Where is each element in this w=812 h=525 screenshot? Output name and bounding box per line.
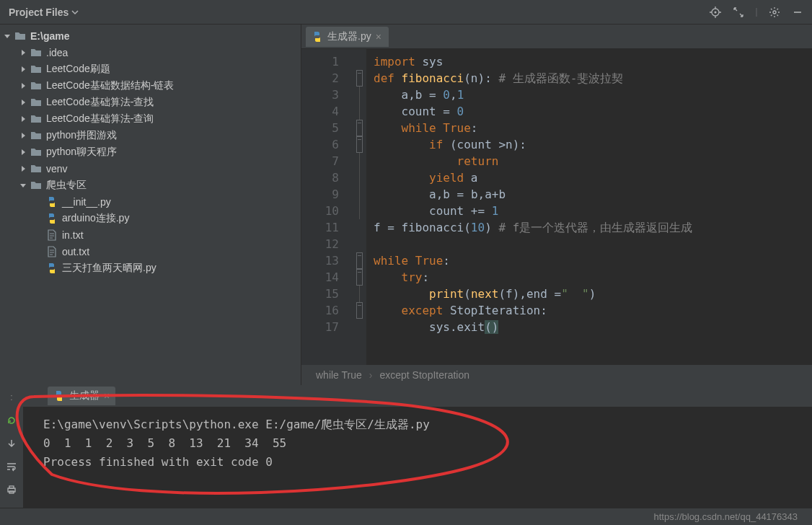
code-line[interactable]: sys.exit() bbox=[374, 319, 812, 335]
line-number: 12 bbox=[301, 236, 339, 252]
line-number: 8 bbox=[301, 169, 339, 186]
line-number: 9 bbox=[301, 186, 339, 203]
tree-item[interactable]: venv bbox=[0, 160, 301, 177]
tree-item-label: LeetCode基础算法-查询 bbox=[46, 112, 154, 125]
close-run-tab-icon[interactable]: × bbox=[104, 390, 110, 402]
tree-item[interactable]: 爬虫专区 bbox=[0, 177, 301, 193]
code-line[interactable]: while True: bbox=[374, 120, 812, 136]
python-icon bbox=[53, 390, 65, 402]
toolbar-separator bbox=[751, 2, 762, 22]
line-gutter: 1234567891011121314151617 bbox=[301, 49, 352, 365]
svg-point-1 bbox=[715, 11, 717, 13]
run-tab-label: 生成器 bbox=[69, 389, 100, 402]
editor-tab[interactable]: 生成器.py × bbox=[306, 27, 389, 47]
svg-marker-7 bbox=[22, 66, 25, 72]
line-number: 1 bbox=[301, 53, 339, 70]
code-line[interactable]: print(next(f),end =" ") bbox=[374, 286, 812, 302]
line-number: 3 bbox=[301, 87, 339, 103]
line-number: 5 bbox=[301, 120, 339, 136]
code-line[interactable]: f = fibonacci(10) # f是一个迭代器，由生成器返回生成 bbox=[374, 219, 812, 236]
run-tab[interactable]: 生成器 × bbox=[48, 387, 115, 405]
line-number: 16 bbox=[301, 302, 339, 319]
console-output[interactable]: E:\game\venv\Scripts\python.exe E:/game/… bbox=[23, 407, 812, 508]
svg-marker-12 bbox=[22, 149, 25, 155]
breadcrumb-item[interactable]: while True bbox=[316, 369, 362, 381]
svg-point-3 bbox=[773, 11, 776, 14]
tree-item[interactable]: LeetCode基础数据结构-链表 bbox=[0, 77, 301, 94]
tree-item[interactable]: LeetCode刷题 bbox=[0, 61, 301, 77]
print-icon[interactable] bbox=[4, 482, 19, 498]
tree-item[interactable]: __init__.py bbox=[0, 193, 301, 210]
fold-column[interactable] bbox=[352, 49, 366, 365]
line-number: 2 bbox=[301, 70, 339, 87]
wrap-icon[interactable] bbox=[4, 459, 19, 475]
editor-tabs: 生成器.py × bbox=[301, 25, 812, 49]
code-line[interactable]: try: bbox=[374, 269, 812, 286]
code-line[interactable]: while True: bbox=[374, 252, 812, 269]
tree-item[interactable]: python拼图游戏 bbox=[0, 127, 301, 144]
line-number: 13 bbox=[301, 252, 339, 269]
fold-toggle[interactable] bbox=[356, 269, 363, 286]
line-number: 17 bbox=[301, 319, 339, 335]
gear-icon[interactable] bbox=[764, 2, 785, 22]
rerun-icon[interactable] bbox=[4, 412, 19, 428]
code-line[interactable]: import sys bbox=[374, 53, 812, 70]
python-icon bbox=[312, 31, 323, 43]
fold-toggle[interactable] bbox=[356, 70, 363, 87]
project-files-dropdown[interactable]: Project Files bbox=[4, 6, 83, 18]
code-editor[interactable]: 1234567891011121314151617 import sysdef … bbox=[301, 49, 812, 365]
editor-pane: 生成器.py × 1234567891011121314151617 impor… bbox=[301, 25, 812, 385]
code-area[interactable]: import sysdef fibonacci(n): # 生成器函数-斐波拉契… bbox=[366, 49, 812, 365]
minimize-icon[interactable] bbox=[787, 2, 808, 22]
run-tool-window: : 生成器 × E:\game\venv\Scripts\python.exe … bbox=[0, 385, 812, 508]
code-line[interactable]: a,b = b,a+b bbox=[374, 186, 812, 203]
tree-item-label: LeetCode基础数据结构-链表 bbox=[46, 79, 174, 92]
code-line[interactable]: except StopIteration: bbox=[374, 302, 812, 319]
tree-item[interactable]: 三天打鱼两天晒网.py bbox=[0, 260, 301, 276]
tree-item[interactable]: LeetCode基础算法-查询 bbox=[0, 110, 301, 127]
svg-marker-9 bbox=[22, 100, 25, 105]
tree-item[interactable]: out.txt bbox=[0, 243, 301, 260]
tree-item[interactable]: LeetCode基础算法-查找 bbox=[0, 94, 301, 110]
fold-toggle[interactable] bbox=[356, 136, 363, 153]
tree-item[interactable]: in.txt bbox=[0, 226, 301, 243]
fold-toggle[interactable] bbox=[356, 120, 363, 136]
code-line[interactable]: count = 0 bbox=[374, 103, 812, 120]
tree-item[interactable]: .idea bbox=[0, 44, 301, 61]
locate-icon[interactable] bbox=[705, 2, 725, 22]
svg-marker-10 bbox=[22, 116, 25, 122]
tree-item-label: 爬虫专区 bbox=[46, 179, 87, 192]
line-number: 6 bbox=[301, 136, 339, 153]
tree-root[interactable]: E:\game bbox=[0, 27, 301, 44]
down-icon[interactable] bbox=[4, 436, 19, 451]
line-number: 4 bbox=[301, 103, 339, 120]
code-line[interactable]: return bbox=[374, 153, 812, 169]
tree-item-label: 三天打鱼两天晒网.py bbox=[62, 262, 156, 275]
tree-item-label: arduino连接.py bbox=[62, 212, 129, 225]
project-sidebar[interactable]: E:\game .idea LeetCode刷题 LeetCode基础数据结构-… bbox=[0, 25, 301, 385]
expand-icon[interactable] bbox=[728, 2, 749, 22]
code-line[interactable]: count += 1 bbox=[374, 203, 812, 219]
breadcrumb-item[interactable]: except StopIteration bbox=[379, 369, 469, 381]
run-gutter: : bbox=[0, 385, 23, 508]
project-toolbar: Project Files bbox=[0, 0, 812, 25]
code-line[interactable]: if (count >n): bbox=[374, 136, 812, 153]
tree-root-label: E:\game bbox=[30, 30, 69, 42]
chevron-down-icon bbox=[71, 9, 79, 16]
code-line[interactable]: def fibonacci(n): # 生成器函数-斐波拉契 bbox=[374, 70, 812, 87]
close-tab-icon[interactable]: × bbox=[376, 31, 381, 43]
code-line[interactable]: a,b = 0,1 bbox=[374, 87, 812, 103]
breadcrumb[interactable]: while True › except StopIteration bbox=[301, 365, 812, 385]
code-line[interactable] bbox=[374, 236, 812, 252]
tree-item-label: python拼图游戏 bbox=[46, 129, 117, 142]
svg-marker-8 bbox=[22, 83, 25, 89]
tree-item[interactable]: python聊天程序 bbox=[0, 144, 301, 160]
fold-toggle[interactable] bbox=[356, 302, 363, 319]
fold-toggle[interactable] bbox=[356, 252, 363, 269]
code-line[interactable]: yield a bbox=[374, 169, 812, 186]
main-area: E:\game .idea LeetCode刷题 LeetCode基础数据结构-… bbox=[0, 25, 812, 385]
editor-tab-label: 生成器.py bbox=[327, 30, 371, 43]
svg-marker-6 bbox=[22, 50, 25, 56]
tree-item[interactable]: arduino连接.py bbox=[0, 210, 301, 226]
run-tabs: 生成器 × bbox=[23, 385, 812, 407]
